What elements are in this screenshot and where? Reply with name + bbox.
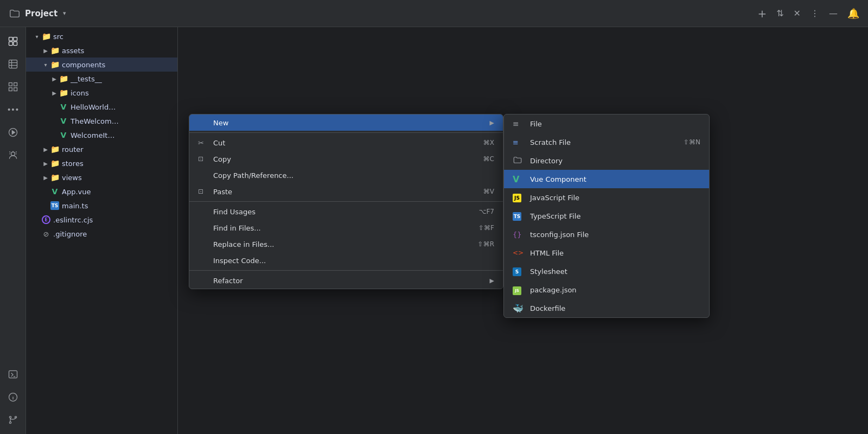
dockerfile-icon: 🐳 (513, 303, 525, 314)
tree-item-views[interactable]: ▶ 📁 views (26, 170, 177, 184)
submenu-label-file: File (530, 120, 700, 128)
submenu-item-javascript[interactable]: JS JavaScript File (504, 188, 709, 207)
ts-icon-maints: TS (50, 201, 60, 210)
activity-info-icon[interactable] (3, 387, 23, 407)
activity-table-icon[interactable] (3, 54, 23, 74)
vue-icon-appvue: V (50, 187, 60, 196)
submenu-item-packagejson[interactable]: JS package.json (504, 280, 709, 299)
submenu-item-file[interactable]: ≡ File (504, 114, 709, 133)
tree-item-src[interactable]: ▾ 📁 src (26, 29, 177, 43)
activity-more-icon[interactable]: ••• (3, 100, 23, 119)
submenu-item-tsconfig[interactable]: {} tsconfig.json File (504, 225, 709, 244)
arrow-maints (41, 201, 50, 210)
minimize-action[interactable]: — (829, 8, 838, 18)
submenu-label-directory: Directory (530, 157, 700, 165)
activity-debug-icon[interactable] (3, 145, 23, 165)
menu-label-refactor: Refactor (213, 277, 486, 285)
menu-item-inspect-code[interactable]: Inspect Code... (189, 252, 503, 269)
menu-item-find-usages[interactable]: Find Usages ⌥F7 (189, 203, 503, 220)
submenu-label-scratch: Scratch File (530, 138, 684, 146)
submenu-item-vue-component[interactable]: V Vue Component (504, 170, 709, 188)
arrow-welcomeitem (50, 131, 59, 139)
folder-icon-assets: 📁 (50, 46, 60, 55)
scratch-file-icon: ≡ (513, 138, 525, 146)
vue-icon-welcomeitem: V (59, 130, 68, 140)
svg-rect-9 (14, 83, 17, 86)
activity-grid-icon[interactable] (3, 77, 23, 97)
label-components: components (62, 61, 105, 69)
tsconfig-icon: {} (513, 231, 525, 239)
label-stores: stores (62, 159, 84, 168)
arrow-tests: ▶ (50, 74, 59, 83)
vue-component-icon: V (513, 174, 525, 184)
vue-icon-thewelcome: V (59, 116, 68, 126)
submenu-item-scratch[interactable]: ≡ Scratch File ⇧⌘N (504, 133, 709, 151)
submenu-item-stylesheet[interactable]: S Stylesheet (504, 262, 709, 280)
menu-label-copy: Copy (213, 155, 483, 163)
label-router: router (62, 145, 84, 154)
notification-bell[interactable]: 🔔 (847, 8, 859, 19)
tree-item-icons[interactable]: ▶ 📁 icons (26, 86, 177, 100)
submenu-item-html[interactable]: <> HTML File (504, 244, 709, 262)
menu-item-cut[interactable]: ✂ Cut ⌘X (189, 135, 503, 151)
more-action[interactable]: ⋮ (810, 8, 819, 18)
menu-label-replace-in-files: Replace in Files... (213, 240, 478, 248)
sort-action[interactable]: ⇅ (776, 8, 783, 18)
tree-item-helloworld[interactable]: V HelloWorld… (26, 100, 177, 114)
tree-item-eslint[interactable]: E .eslintrc.cjs (26, 213, 177, 227)
copy-shortcut: ⌘C (483, 155, 494, 163)
js-icon: JS (513, 193, 525, 202)
folder-icon-components: 📁 (50, 60, 60, 69)
menu-label-inspect-code: Inspect Code... (213, 257, 494, 265)
tree-item-components[interactable]: ▾ 📁 components (26, 58, 177, 72)
title-dropdown-arrow[interactable]: ▾ (63, 10, 66, 17)
tree-item-maints[interactable]: TS main.ts (26, 199, 177, 213)
folder-icon-stores: 📁 (50, 158, 60, 168)
menu-item-replace-in-files[interactable]: Replace in Files... ⇧⌘R (189, 236, 503, 252)
submenu-item-typescript[interactable]: TS TypeScript File (504, 207, 709, 225)
svg-rect-8 (9, 83, 12, 86)
arrow-src: ▾ (33, 32, 41, 41)
svg-rect-1 (13, 37, 17, 41)
paste-shortcut: ⌘V (483, 188, 494, 195)
svg-rect-3 (13, 42, 17, 46)
activity-files-icon[interactable] (3, 31, 23, 51)
menu-item-copy-path[interactable]: Copy Path/Reference... (189, 167, 503, 183)
label-helloworld: HelloWorld… (71, 103, 116, 111)
add-action[interactable]: + (757, 7, 767, 20)
menu-item-find-in-files[interactable]: Find in Files... ⇧⌘F (189, 220, 503, 236)
title-bar: Project ▾ + ⇅ ✕ ⋮ — 🔔 (0, 0, 868, 27)
tree-item-gitignore[interactable]: ⊘ .gitignore (26, 227, 177, 241)
menu-divider-3 (189, 270, 503, 271)
activity-run-icon[interactable] (3, 123, 23, 142)
svg-marker-13 (12, 131, 15, 135)
tree-item-stores[interactable]: ▶ 📁 stores (26, 156, 177, 170)
tree-item-router[interactable]: ▶ 📁 router (26, 142, 177, 156)
arrow-icons: ▶ (50, 88, 59, 97)
arrow-thewelcome (50, 117, 59, 125)
menu-item-refactor[interactable]: Refactor ▶ (189, 272, 503, 289)
scratch-shortcut: ⇧⌘N (684, 138, 700, 146)
menu-item-copy[interactable]: ⊡ Copy ⌘C (189, 151, 503, 167)
menu-item-new[interactable]: New ▶ (189, 114, 503, 131)
tree-item-thewelcome[interactable]: V TheWelcom… (26, 114, 177, 128)
label-eslint: .eslintrc.cjs (53, 216, 93, 224)
activity-terminal-icon[interactable] (3, 365, 23, 384)
svg-rect-4 (9, 60, 17, 68)
label-icons: icons (71, 89, 89, 97)
submenu-item-dockerfile[interactable]: 🐳 Dockerfile (504, 299, 709, 317)
project-title: Project (25, 9, 58, 18)
tree-item-assets[interactable]: ▶ 📁 assets (26, 43, 177, 58)
label-gitignore: .gitignore (53, 230, 87, 238)
close-action[interactable]: ✕ (794, 8, 801, 18)
cut-icon: ✂ (198, 139, 209, 147)
submenu-item-directory[interactable]: Directory (504, 151, 709, 170)
svg-point-20 (9, 416, 11, 418)
tree-item-appvue[interactable]: V App.vue (26, 184, 177, 199)
activity-git-icon[interactable] (3, 410, 23, 430)
label-src: src (53, 33, 63, 41)
submenu-label-vue-component: Vue Component (530, 175, 700, 183)
tree-item-tests[interactable]: ▶ 📁 __tests__ (26, 72, 177, 86)
tree-item-welcomeitem[interactable]: V WelcomeIt… (26, 128, 177, 142)
menu-item-paste[interactable]: ⊡ Paste ⌘V (189, 183, 503, 200)
